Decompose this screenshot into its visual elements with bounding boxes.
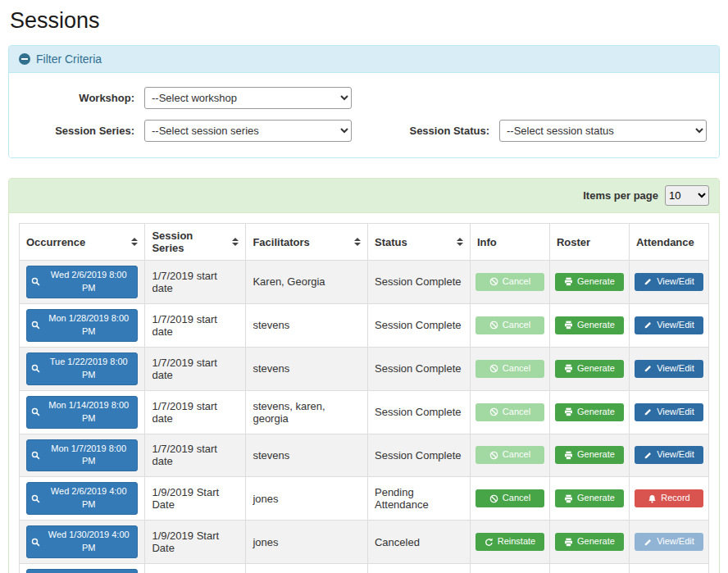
- occurrence-label: Wed 2/6/2019 8:00 PM: [44, 269, 133, 295]
- sort-icon[interactable]: [131, 238, 138, 246]
- search-icon: [31, 451, 40, 460]
- session-series-cell: 1/9/2019 Start Date: [145, 521, 246, 564]
- sort-icon[interactable]: [354, 238, 361, 246]
- view-edit-button[interactable]: View/Edit: [635, 316, 703, 334]
- page-container: Sessions Filter Criteria Workshop: --Sel…: [0, 8, 728, 573]
- print-icon: [564, 407, 573, 416]
- status-cell: Session Complete: [367, 261, 470, 304]
- cancel-button[interactable]: Cancel: [475, 360, 544, 378]
- reinstate-button[interactable]: Reinstate: [475, 533, 544, 551]
- filter-criteria-title: Filter Criteria: [36, 52, 102, 66]
- minus-circle-icon[interactable]: [19, 53, 30, 65]
- column-header-occurrence[interactable]: Occurrence: [20, 224, 145, 261]
- occurrence-label: Wed 2/6/2019 4:00 PM: [44, 485, 133, 512]
- view-edit-button[interactable]: View/Edit: [635, 446, 703, 464]
- button-label: View/Edit: [657, 275, 694, 289]
- ban-icon: [489, 494, 498, 503]
- attendance-cell: View/Edit: [629, 261, 708, 304]
- column-header-info: Info: [470, 224, 549, 261]
- session-series-cell: 1/9/2019 Start Date: [145, 477, 246, 521]
- page-title: Sessions: [10, 8, 718, 34]
- cancel-button[interactable]: Cancel: [475, 446, 544, 464]
- occurrence-button[interactable]: Wed 1/23/2019 4:00 PM: [26, 569, 138, 573]
- column-label: Session Series: [152, 230, 227, 254]
- table-row: Wed 1/30/2019 4:00 PM1/9/2019 Start Date…: [20, 521, 709, 564]
- button-label: Generate: [577, 319, 615, 332]
- items-per-page-select[interactable]: 10: [665, 185, 709, 206]
- occurrence-label: Wed 1/30/2019 4:00 PM: [44, 529, 133, 555]
- session-status-select[interactable]: --Select session status: [499, 120, 707, 142]
- table-body-wrap: OccurrenceSession SeriesFacilitatorsStat…: [9, 213, 719, 573]
- status-cell: Pending Attendance: [367, 477, 470, 521]
- facilitators-cell: stevens: [246, 303, 368, 347]
- items-per-page-label: Items per page: [583, 189, 658, 202]
- button-label: View/Edit: [657, 448, 694, 462]
- generate-button[interactable]: Generate: [555, 273, 624, 291]
- table-row: Wed 1/23/2019 4:00 PM1/9/2019 Start Date…: [20, 564, 709, 573]
- sessions-table-panel: Items per page 10 OccurrenceSession Seri…: [8, 178, 720, 573]
- filter-criteria-header[interactable]: Filter Criteria: [9, 46, 719, 73]
- view-edit-button[interactable]: View/Edit: [635, 273, 703, 291]
- status-cell: Canceled: [367, 521, 470, 564]
- occurrence-button[interactable]: Mon 1/14/2019 8:00 PM: [26, 396, 138, 429]
- button-label: Cancel: [503, 319, 530, 332]
- attendance-cell: Record: [629, 477, 708, 521]
- occurrence-cell: Tue 1/22/2019 8:00 PM: [20, 347, 145, 390]
- cancel-button[interactable]: Cancel: [475, 273, 544, 291]
- button-label: Cancel: [503, 275, 530, 289]
- attendance-cell: View/Edit: [629, 390, 708, 434]
- pencil-icon: [644, 451, 653, 460]
- status-cell: Canceled: [367, 564, 470, 573]
- occurrence-button[interactable]: Wed 1/30/2019 4:00 PM: [26, 525, 138, 558]
- attendance-cell: View/Edit: [629, 564, 708, 573]
- sort-icon[interactable]: [457, 238, 463, 246]
- occurrence-cell: Mon 1/28/2019 8:00 PM: [20, 303, 145, 347]
- occurrence-cell: Mon 1/7/2019 8:00 PM: [20, 434, 145, 477]
- occurrence-button[interactable]: Mon 1/28/2019 8:00 PM: [26, 309, 138, 342]
- print-icon: [564, 451, 573, 460]
- occurrence-button[interactable]: Tue 1/22/2019 8:00 PM: [26, 352, 138, 385]
- facilitators-cell: stevens, karen, georgia: [246, 390, 368, 434]
- sort-icon[interactable]: [232, 238, 239, 246]
- column-header-status[interactable]: Status: [367, 224, 470, 261]
- column-header-facilitators[interactable]: Facilitators: [246, 224, 368, 261]
- column-header-attendance: Attendance: [629, 224, 708, 261]
- status-cell: Session Complete: [367, 434, 470, 477]
- occurrence-button[interactable]: Mon 1/7/2019 8:00 PM: [26, 439, 138, 472]
- roster-cell: Generate: [549, 477, 629, 521]
- generate-button[interactable]: Generate: [555, 360, 624, 378]
- session-series-select[interactable]: --Select session series: [144, 120, 352, 142]
- pencil-icon: [644, 364, 653, 373]
- button-label: Cancel: [503, 362, 530, 375]
- view-edit-button[interactable]: View/Edit: [635, 360, 703, 378]
- table-toolbar: Items per page 10: [9, 179, 719, 213]
- occurrence-button[interactable]: Wed 2/6/2019 4:00 PM: [26, 482, 138, 515]
- info-cell: Reinstate: [470, 564, 549, 573]
- generate-button[interactable]: Generate: [555, 403, 624, 421]
- table-row: Wed 2/6/2019 8:00 PM1/7/2019 start dateK…: [20, 261, 709, 304]
- generate-button[interactable]: Generate: [555, 533, 624, 551]
- occurrence-button[interactable]: Wed 2/6/2019 8:00 PM: [26, 266, 138, 298]
- session-status-label: Session Status:: [405, 125, 499, 137]
- button-label: View/Edit: [657, 362, 694, 375]
- table-row: Mon 1/28/2019 8:00 PM1/7/2019 start date…: [20, 303, 709, 347]
- cancel-button[interactable]: Cancel: [475, 316, 544, 334]
- facilitators-cell: jones: [246, 477, 368, 521]
- generate-button[interactable]: Generate: [555, 316, 624, 334]
- generate-button[interactable]: Generate: [555, 489, 624, 507]
- view-edit-button[interactable]: View/Edit: [635, 403, 703, 421]
- info-cell: Cancel: [470, 347, 549, 390]
- generate-button[interactable]: Generate: [555, 446, 624, 464]
- workshop-select[interactable]: --Select workshop: [144, 87, 352, 109]
- record-button[interactable]: Record: [635, 489, 703, 507]
- occurrence-label: Mon 1/7/2019 8:00 PM: [44, 443, 133, 469]
- view-edit-button[interactable]: View/Edit: [635, 533, 703, 551]
- occurrence-cell: Mon 1/14/2019 8:00 PM: [20, 390, 145, 434]
- cancel-button[interactable]: Cancel: [475, 403, 544, 421]
- cancel-button[interactable]: Cancel: [475, 489, 544, 507]
- ban-icon: [489, 364, 498, 373]
- info-cell: Cancel: [470, 477, 549, 521]
- column-header-session-series[interactable]: Session Series: [145, 224, 246, 261]
- session-series-cell: 1/7/2019 start date: [145, 261, 246, 304]
- column-label: Attendance: [636, 236, 694, 248]
